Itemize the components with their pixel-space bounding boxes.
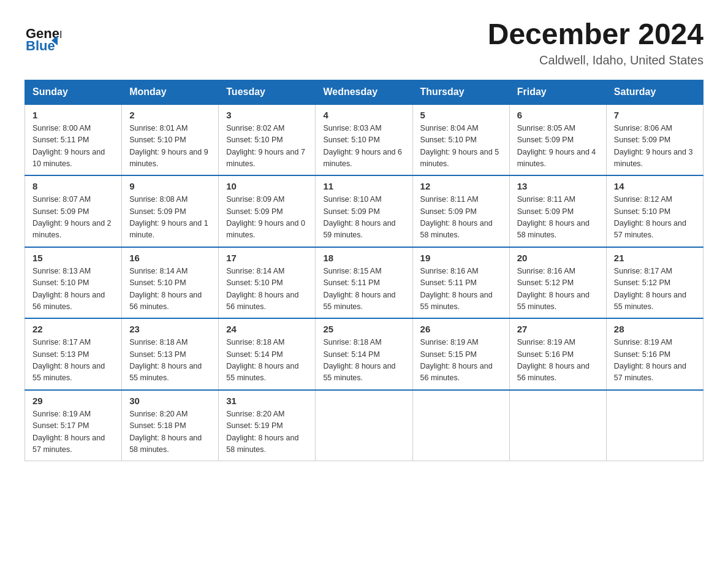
day-info: Sunrise: 8:11 AMSunset: 5:09 PMDaylight:… [420, 194, 502, 242]
day-info: Sunrise: 8:16 AMSunset: 5:12 PMDaylight:… [517, 266, 599, 313]
day-info: Sunrise: 8:02 AMSunset: 5:10 PMDaylight:… [226, 123, 308, 170]
location-title: Caldwell, Idaho, United States [488, 53, 703, 67]
calendar-cell: 12Sunrise: 8:11 AMSunset: 5:09 PMDayligh… [412, 175, 509, 247]
day-info: Sunrise: 8:07 AMSunset: 5:09 PMDaylight:… [32, 194, 114, 242]
calendar-cell: 14Sunrise: 8:12 AMSunset: 5:10 PMDayligh… [606, 175, 703, 247]
day-info: Sunrise: 8:00 AMSunset: 5:11 PMDaylight:… [32, 123, 114, 170]
day-number: 7 [614, 110, 696, 120]
header-cell-thursday: Thursday [412, 80, 509, 104]
day-number: 1 [32, 110, 114, 120]
calendar-cell: 9Sunrise: 8:08 AMSunset: 5:09 PMDaylight… [122, 175, 219, 247]
day-number: 5 [420, 110, 502, 120]
day-info: Sunrise: 8:19 AMSunset: 5:17 PMDaylight:… [32, 408, 114, 456]
calendar-cell: 17Sunrise: 8:14 AMSunset: 5:10 PMDayligh… [219, 247, 316, 319]
calendar-cell: 5Sunrise: 8:04 AMSunset: 5:10 PMDaylight… [412, 104, 509, 176]
week-row-5: 29Sunrise: 8:19 AMSunset: 5:17 PMDayligh… [25, 390, 703, 461]
calendar-cell: 2Sunrise: 8:01 AMSunset: 5:10 PMDaylight… [122, 104, 219, 176]
day-number: 27 [517, 324, 599, 334]
calendar-cell: 13Sunrise: 8:11 AMSunset: 5:09 PMDayligh… [509, 175, 606, 247]
calendar-cell: 21Sunrise: 8:17 AMSunset: 5:12 PMDayligh… [606, 247, 703, 319]
calendar-cell: 1Sunrise: 8:00 AMSunset: 5:11 PMDaylight… [25, 104, 122, 176]
day-info: Sunrise: 8:19 AMSunset: 5:15 PMDaylight:… [420, 337, 502, 385]
day-number: 3 [226, 110, 308, 120]
week-row-3: 15Sunrise: 8:13 AMSunset: 5:10 PMDayligh… [25, 247, 703, 319]
header-cell-saturday: Saturday [606, 80, 703, 104]
day-number: 6 [517, 110, 599, 120]
calendar-cell [316, 390, 412, 461]
day-number: 9 [129, 181, 211, 191]
header-cell-monday: Monday [122, 80, 219, 104]
calendar-cell: 11Sunrise: 8:10 AMSunset: 5:09 PMDayligh… [316, 175, 412, 247]
day-info: Sunrise: 8:10 AMSunset: 5:09 PMDaylight:… [323, 194, 404, 242]
day-number: 21 [614, 253, 696, 263]
day-info: Sunrise: 8:20 AMSunset: 5:19 PMDaylight:… [226, 408, 308, 456]
day-info: Sunrise: 8:14 AMSunset: 5:10 PMDaylight:… [129, 266, 211, 313]
day-number: 24 [226, 324, 308, 334]
calendar-cell: 27Sunrise: 8:19 AMSunset: 5:16 PMDayligh… [509, 318, 606, 390]
calendar-cell: 31Sunrise: 8:20 AMSunset: 5:19 PMDayligh… [219, 390, 316, 461]
day-number: 23 [129, 324, 211, 334]
month-title: December 2024 [488, 18, 703, 51]
week-row-4: 22Sunrise: 8:17 AMSunset: 5:13 PMDayligh… [25, 318, 703, 390]
calendar-cell: 4Sunrise: 8:03 AMSunset: 5:10 PMDaylight… [316, 104, 412, 176]
calendar-cell: 3Sunrise: 8:02 AMSunset: 5:10 PMDaylight… [219, 104, 316, 176]
day-info: Sunrise: 8:17 AMSunset: 5:13 PMDaylight:… [32, 337, 114, 385]
day-info: Sunrise: 8:03 AMSunset: 5:10 PMDaylight:… [323, 123, 404, 170]
day-info: Sunrise: 8:04 AMSunset: 5:10 PMDaylight:… [420, 123, 502, 170]
calendar-cell: 20Sunrise: 8:16 AMSunset: 5:12 PMDayligh… [509, 247, 606, 319]
day-number: 10 [226, 181, 308, 191]
day-info: Sunrise: 8:08 AMSunset: 5:09 PMDaylight:… [129, 194, 211, 242]
day-info: Sunrise: 8:18 AMSunset: 5:14 PMDaylight:… [323, 337, 404, 385]
day-info: Sunrise: 8:18 AMSunset: 5:14 PMDaylight:… [226, 337, 308, 385]
day-number: 16 [129, 253, 211, 263]
header-row: SundayMondayTuesdayWednesdayThursdayFrid… [25, 80, 703, 104]
day-number: 17 [226, 253, 308, 263]
calendar-cell: 16Sunrise: 8:14 AMSunset: 5:10 PMDayligh… [122, 247, 219, 319]
svg-text:Blue: Blue [26, 38, 55, 53]
day-number: 29 [32, 396, 114, 406]
day-number: 15 [32, 253, 114, 263]
day-info: Sunrise: 8:06 AMSunset: 5:09 PMDaylight:… [614, 123, 696, 170]
day-number: 4 [323, 110, 404, 120]
calendar-cell: 22Sunrise: 8:17 AMSunset: 5:13 PMDayligh… [25, 318, 122, 390]
day-info: Sunrise: 8:16 AMSunset: 5:11 PMDaylight:… [420, 266, 502, 313]
title-block: December 2024 Caldwell, Idaho, United St… [488, 18, 703, 67]
calendar-cell: 19Sunrise: 8:16 AMSunset: 5:11 PMDayligh… [412, 247, 509, 319]
header-cell-sunday: Sunday [25, 80, 122, 104]
logo: General Blue [25, 18, 61, 55]
logo-icon: General Blue [25, 18, 61, 55]
calendar-cell: 26Sunrise: 8:19 AMSunset: 5:15 PMDayligh… [412, 318, 509, 390]
page-header: General Blue December 2024 Caldwell, Ida… [25, 18, 703, 67]
day-info: Sunrise: 8:05 AMSunset: 5:09 PMDaylight:… [517, 123, 599, 170]
day-info: Sunrise: 8:17 AMSunset: 5:12 PMDaylight:… [614, 266, 696, 313]
day-number: 30 [129, 396, 211, 406]
day-info: Sunrise: 8:20 AMSunset: 5:18 PMDaylight:… [129, 408, 211, 456]
day-info: Sunrise: 8:13 AMSunset: 5:10 PMDaylight:… [32, 266, 114, 313]
day-number: 12 [420, 181, 502, 191]
day-number: 26 [420, 324, 502, 334]
day-number: 13 [517, 181, 599, 191]
calendar-cell [606, 390, 703, 461]
calendar-cell: 7Sunrise: 8:06 AMSunset: 5:09 PMDaylight… [606, 104, 703, 176]
day-number: 28 [614, 324, 696, 334]
calendar-cell: 18Sunrise: 8:15 AMSunset: 5:11 PMDayligh… [316, 247, 412, 319]
day-number: 2 [129, 110, 211, 120]
day-number: 22 [32, 324, 114, 334]
week-row-1: 1Sunrise: 8:00 AMSunset: 5:11 PMDaylight… [25, 104, 703, 176]
day-info: Sunrise: 8:12 AMSunset: 5:10 PMDaylight:… [614, 194, 696, 242]
week-row-2: 8Sunrise: 8:07 AMSunset: 5:09 PMDaylight… [25, 175, 703, 247]
calendar-cell: 15Sunrise: 8:13 AMSunset: 5:10 PMDayligh… [25, 247, 122, 319]
calendar-cell: 25Sunrise: 8:18 AMSunset: 5:14 PMDayligh… [316, 318, 412, 390]
calendar-cell [412, 390, 509, 461]
day-info: Sunrise: 8:19 AMSunset: 5:16 PMDaylight:… [517, 337, 599, 385]
calendar-cell: 29Sunrise: 8:19 AMSunset: 5:17 PMDayligh… [25, 390, 122, 461]
calendar-cell: 28Sunrise: 8:19 AMSunset: 5:16 PMDayligh… [606, 318, 703, 390]
header-cell-tuesday: Tuesday [219, 80, 316, 104]
calendar-cell: 30Sunrise: 8:20 AMSunset: 5:18 PMDayligh… [122, 390, 219, 461]
day-info: Sunrise: 8:19 AMSunset: 5:16 PMDaylight:… [614, 337, 696, 385]
day-number: 31 [226, 396, 308, 406]
day-number: 25 [323, 324, 404, 334]
calendar-cell: 8Sunrise: 8:07 AMSunset: 5:09 PMDaylight… [25, 175, 122, 247]
day-info: Sunrise: 8:18 AMSunset: 5:13 PMDaylight:… [129, 337, 211, 385]
day-number: 11 [323, 181, 404, 191]
